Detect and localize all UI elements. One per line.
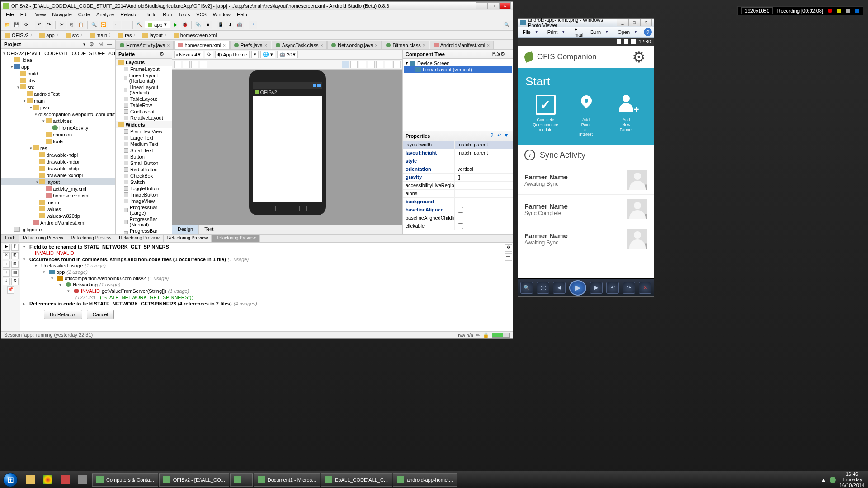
props-help-icon[interactable]: ?	[488, 132, 495, 140]
palette-item[interactable]: GridLayout	[116, 108, 172, 115]
project-settings-icon[interactable]: ⚙	[88, 41, 94, 47]
menu-run[interactable]: Run	[160, 11, 175, 18]
undo-icon[interactable]: ↶	[35, 21, 43, 29]
editor-tab[interactable]: HomeActivity.java×	[116, 41, 174, 49]
pv-slideshow-icon[interactable]: ▶	[569, 280, 586, 296]
capture-icon[interactable]	[385, 61, 392, 68]
sdk-icon[interactable]: ⬇	[226, 21, 234, 29]
ct-settings-icon[interactable]: ⚙	[500, 51, 505, 57]
find-tab[interactable]: Refactoring Preview	[115, 235, 163, 242]
paste-icon[interactable]: 📋	[77, 21, 85, 29]
sync-icon[interactable]: ⟳	[22, 21, 30, 29]
breadcrumb-item[interactable]: res〉	[116, 31, 140, 39]
property-row[interactable]: clickable	[403, 222, 513, 230]
palette-group[interactable]: Layouts	[116, 59, 172, 66]
pv-maximize-button[interactable]: □	[628, 19, 640, 26]
palette-group[interactable]: Widgets	[116, 121, 172, 128]
expand-all-icon[interactable]: ⊞	[11, 252, 19, 259]
close-button[interactable]: ✕	[499, 2, 511, 9]
collapse-all-icon[interactable]: ⊟	[11, 261, 19, 268]
tray-overflow-icon[interactable]: ▲	[821, 477, 826, 483]
property-row[interactable]: orientationvertical	[403, 165, 513, 174]
close-tab-icon[interactable]: ×	[375, 43, 378, 48]
debug-icon[interactable]: 🐞	[181, 21, 189, 29]
theme-selector[interactable]: ◐ AppTheme	[215, 51, 250, 58]
pv-menu-burn[interactable]: Burn ▼	[588, 28, 614, 36]
menu-help[interactable]: Help	[234, 11, 250, 18]
prev-icon[interactable]: ↑	[3, 261, 10, 268]
viewport-icon[interactable]	[174, 61, 181, 68]
properties-table[interactable]: layout:widthmatch_parentlayout:heightmat…	[403, 141, 513, 234]
pv-help-icon[interactable]: ?	[644, 28, 652, 36]
props-reset-icon[interactable]: ↶	[495, 132, 503, 140]
cancel-refactor-button[interactable]: Cancel	[87, 310, 114, 319]
pin-icon[interactable]: 📌	[7, 286, 14, 294]
tree-item[interactable]: AndroidManifest.xml	[1, 219, 115, 226]
tree-item[interactable]: menu	[1, 199, 115, 206]
menu-tools[interactable]: Tools	[175, 11, 193, 18]
property-row[interactable]: gravity[]	[403, 174, 513, 182]
find-side-settings-icon[interactable]: ⚙	[505, 244, 512, 252]
shrink-icon[interactable]	[200, 61, 207, 68]
close-find-icon[interactable]: ✕	[3, 252, 10, 259]
taskbar-item[interactable]: android-app-home....	[393, 473, 457, 487]
tree-item[interactable]: ▾ofiscompanion.webpoint0.com.ofisv2	[1, 111, 115, 117]
back-icon[interactable]: ←	[113, 21, 121, 29]
start-button[interactable]	[0, 471, 21, 488]
editor-tab[interactable]: Prefs.java×	[230, 41, 271, 49]
tree-item[interactable]: ▾res	[1, 145, 115, 151]
next-icon[interactable]: ↓	[3, 269, 10, 277]
tree-item[interactable]: homescreen.xml	[1, 192, 115, 199]
tree-item[interactable]: .idea	[1, 56, 115, 63]
maximize-button[interactable]: □	[487, 2, 499, 9]
palette-item[interactable]: TableRow	[116, 102, 172, 108]
device-selector[interactable]: ▫ Nexus 4 ▾	[174, 51, 203, 58]
tree-item[interactable]: drawable-xxhdpi	[1, 172, 115, 178]
breadcrumb-item[interactable]: main〉	[88, 31, 115, 39]
menu-code[interactable]: Code	[75, 11, 93, 18]
palette-item[interactable]: ProgressBar (Large)	[116, 204, 172, 216]
property-row[interactable]: style	[403, 157, 513, 165]
component-tree[interactable]: ▾Device ScreenLinearLayout (vertical)	[403, 59, 513, 131]
menu-edit[interactable]: Edit	[18, 11, 32, 18]
pv-zoom-icon[interactable]: 🔍	[520, 282, 533, 294]
export-icon[interactable]: ⤓	[3, 278, 10, 285]
pinned-explorer-icon[interactable]	[23, 473, 39, 487]
breadcrumb-item[interactable]: OFISv2〉	[3, 31, 37, 39]
ddms-icon[interactable]: 🤖	[236, 21, 244, 29]
menu-window[interactable]: Window	[210, 11, 233, 18]
pv-close-button[interactable]: ✕	[640, 19, 652, 26]
palette-item[interactable]: ToggleButton	[116, 185, 172, 192]
tree-item[interactable]: HomeActivity	[1, 124, 115, 131]
run-icon[interactable]: ▶	[171, 21, 179, 29]
tree-item[interactable]: build	[1, 70, 115, 77]
tree-item[interactable]: drawable-mdpi	[1, 158, 115, 165]
pinned-app-icon[interactable]	[57, 473, 73, 487]
palette-item[interactable]: ImageButton	[116, 192, 172, 198]
forward-icon[interactable]: →	[122, 21, 130, 29]
locale-selector[interactable]: 🌐 ▾	[260, 51, 275, 58]
avd-icon[interactable]: 📱	[217, 21, 225, 29]
breadcrumb-item[interactable]: src〉	[64, 31, 87, 39]
hide-icon[interactable]: —	[106, 41, 113, 47]
palette-item[interactable]: ImageView	[116, 198, 172, 204]
collapse-tree-icon[interactable]: ⇲	[496, 51, 500, 57]
palette-item[interactable]: Small Button	[116, 160, 172, 166]
tray-network-icon[interactable]	[830, 477, 836, 483]
property-row[interactable]: background	[403, 198, 513, 206]
api-selector[interactable]: 🤖 20 ▾	[277, 51, 298, 58]
build-icon[interactable]: 🔨	[135, 21, 143, 29]
editor-tab[interactable]: Networking.java×	[327, 41, 382, 49]
expand-tree-icon[interactable]: ⇱	[492, 51, 496, 57]
save-icon[interactable]: 💾	[13, 21, 21, 29]
editor-tab[interactable]: homescreen.xml×	[174, 41, 230, 49]
tree-item[interactable]: values	[1, 206, 115, 212]
zoom-in-icon[interactable]	[368, 61, 375, 68]
menu-view[interactable]: View	[33, 11, 49, 18]
palette-item[interactable]: Large Text	[116, 135, 172, 141]
pv-menu-print[interactable]: Print ▼	[545, 28, 571, 36]
find-side-hide-icon[interactable]: —	[505, 253, 512, 261]
tree-item[interactable]: tools	[1, 138, 115, 145]
expand-icon[interactable]	[191, 61, 198, 68]
tree-item[interactable]: drawable-xhdpi	[1, 165, 115, 172]
